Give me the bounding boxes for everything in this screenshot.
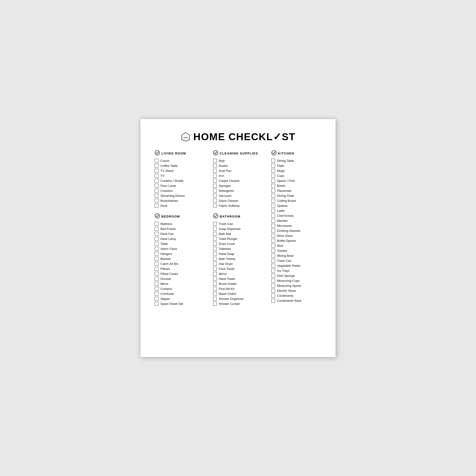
checkbox[interactable] [155, 302, 158, 306]
section-bathroom: BATHROOMTrash CanSoap DispenserBath MatT… [213, 213, 263, 306]
checkbox[interactable] [213, 282, 217, 286]
checkbox[interactable] [155, 277, 158, 281]
checkbox[interactable] [155, 282, 158, 286]
item-label: Vegetable Peeler [277, 264, 301, 268]
checkbox[interactable] [155, 267, 158, 271]
checkbox[interactable] [155, 174, 158, 178]
list-item: Toiletries [213, 247, 263, 251]
checkbox[interactable] [271, 174, 275, 178]
checkbox[interactable] [271, 299, 275, 303]
checkbox[interactable] [155, 272, 158, 276]
checkbox[interactable] [271, 284, 275, 288]
checkbox[interactable] [271, 194, 275, 198]
checkbox[interactable] [271, 169, 275, 172]
checkbox[interactable] [271, 199, 275, 203]
checkbox[interactable] [213, 159, 217, 163]
checkbox[interactable] [213, 169, 217, 172]
checkbox[interactable] [155, 179, 158, 183]
checkbox[interactable] [213, 297, 217, 301]
checkbox[interactable] [271, 249, 275, 253]
checkbox[interactable] [213, 302, 217, 306]
checkbox[interactable] [271, 289, 275, 292]
checkbox[interactable] [155, 169, 158, 172]
section-title: LIVING ROOM [161, 152, 186, 155]
checkbox[interactable] [271, 214, 275, 218]
checkbox[interactable] [213, 247, 217, 251]
checkbox[interactable] [271, 254, 275, 257]
checkbox[interactable] [271, 259, 275, 262]
item-label: Mirror [160, 282, 169, 286]
checkbox[interactable] [213, 179, 217, 183]
checkbox[interactable] [213, 222, 217, 226]
checkbox[interactable] [213, 189, 217, 192]
checkbox[interactable] [155, 184, 158, 187]
checkbox[interactable] [271, 229, 275, 233]
item-label: Shower Curtain [219, 302, 240, 306]
checkbox[interactable] [271, 219, 275, 222]
checkbox[interactable] [271, 274, 275, 277]
checkbox[interactable] [271, 184, 275, 187]
checkbox[interactable] [155, 252, 158, 255]
svg-text:new: new [184, 136, 188, 139]
checkbox[interactable] [271, 239, 275, 242]
checkbox[interactable] [155, 297, 158, 301]
checkbox[interactable] [213, 184, 217, 187]
checkbox[interactable] [155, 287, 158, 290]
checkbox[interactable] [155, 292, 158, 296]
checkbox[interactable] [213, 237, 217, 241]
checkbox[interactable] [213, 227, 217, 231]
checkbox[interactable] [271, 279, 275, 283]
checkbox[interactable] [271, 294, 275, 298]
checkbox[interactable] [213, 194, 217, 198]
list-item: Drinking Glasses [271, 229, 321, 233]
checkbox[interactable] [155, 189, 158, 192]
checkbox[interactable] [213, 204, 217, 207]
checkbox[interactable] [213, 199, 217, 203]
checkbox[interactable] [213, 232, 217, 236]
checkbox[interactable] [155, 204, 158, 207]
checkbox[interactable] [213, 252, 217, 255]
checkbox[interactable] [155, 227, 158, 231]
item-label: Condiments Rack [277, 299, 302, 303]
checkbox[interactable] [155, 222, 158, 226]
checkbox[interactable] [213, 267, 217, 271]
checkbox[interactable] [213, 287, 217, 290]
checkbox[interactable] [271, 204, 275, 207]
checkbox[interactable] [213, 262, 217, 266]
checkbox[interactable] [213, 174, 217, 178]
checkbox[interactable] [155, 262, 158, 266]
item-label: Duster [219, 164, 228, 168]
checkbox[interactable] [271, 159, 275, 163]
list-item: Alarm Clock [155, 247, 205, 251]
checkbox[interactable] [155, 164, 158, 168]
checkbox[interactable] [213, 277, 217, 281]
checkbox[interactable] [155, 257, 158, 261]
checkbox[interactable] [213, 164, 217, 168]
checkbox[interactable] [271, 244, 275, 248]
checkbox[interactable] [271, 179, 275, 183]
checkbox[interactable] [155, 232, 158, 236]
checkbox[interactable] [271, 164, 275, 168]
item-label: Cutting Board [277, 199, 296, 203]
checkbox[interactable] [271, 269, 275, 272]
checkbox[interactable] [155, 247, 158, 251]
checkbox[interactable] [155, 159, 158, 163]
checkbox[interactable] [271, 209, 275, 213]
checkbox[interactable] [213, 257, 217, 261]
list-item: Brush Holder [213, 282, 263, 286]
checkbox[interactable] [213, 292, 217, 296]
checkbox[interactable] [271, 234, 275, 238]
checkbox[interactable] [213, 242, 217, 246]
item-label: Alarm Clock [160, 247, 177, 251]
item-label: Bath Mat [219, 232, 231, 236]
checkbox[interactable] [155, 194, 158, 198]
item-label: Wok [277, 244, 283, 248]
checkbox[interactable] [271, 224, 275, 227]
checkbox[interactable] [155, 237, 158, 241]
checkbox[interactable] [213, 272, 217, 276]
checkbox[interactable] [271, 264, 275, 268]
checkbox[interactable] [155, 199, 158, 203]
section-header-living-room: LIVING ROOM [155, 150, 205, 156]
checkbox[interactable] [271, 189, 275, 192]
checkbox[interactable] [155, 242, 158, 246]
